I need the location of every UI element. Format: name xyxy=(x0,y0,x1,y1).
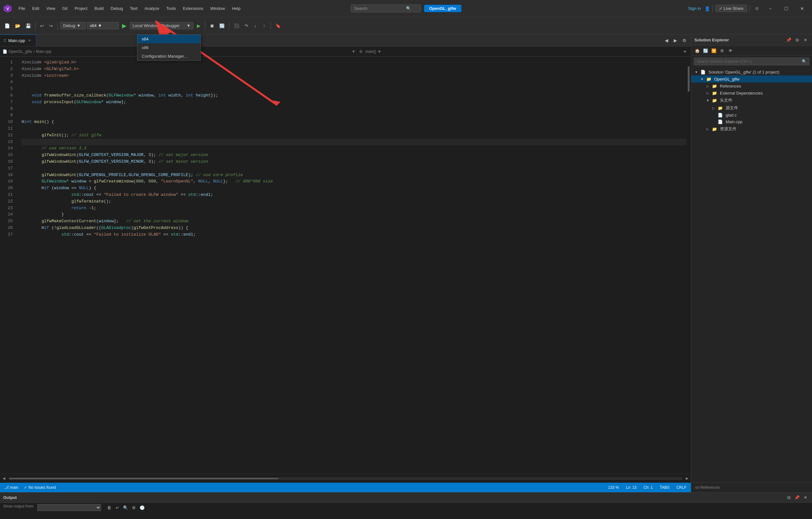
scroll-left-btn[interactable]: ◀ xyxy=(3,476,5,481)
live-share-button[interactable]: ⤢ Live Share xyxy=(716,5,747,12)
editor-settings[interactable]: ⚙ xyxy=(680,37,688,44)
tab-main-cpp[interactable]: C Main.cpp ✕ xyxy=(0,34,36,46)
debugger-dropdown[interactable]: Local Windows Debugger ▼ xyxy=(130,22,194,29)
tb-redo[interactable]: ↪ xyxy=(47,22,55,29)
tree-expand-2[interactable]: ▷ xyxy=(705,84,710,89)
tree-item-0[interactable]: ▼📄Solution 'OpenGL_glfw' (1 of 1 project… xyxy=(691,68,812,75)
tb-open-file[interactable]: 📂 xyxy=(13,22,22,29)
output-settings-btn[interactable]: ⚙ xyxy=(130,504,137,511)
menu-extensions[interactable]: Extensions xyxy=(180,5,206,12)
tree-item-7[interactable]: 📄Main.cpp xyxy=(691,118,812,125)
tb-stop-debug[interactable]: ⏹ xyxy=(208,22,216,29)
tree-expand-3[interactable]: ▷ xyxy=(705,90,710,95)
tb-step-over[interactable]: ↷ xyxy=(242,22,250,29)
breadcrumb-function[interactable]: main() xyxy=(365,49,376,54)
code-content[interactable]: #include <glad/glad.h>#include <GLFW/glf… xyxy=(19,57,687,474)
menu-file[interactable]: File xyxy=(15,5,28,12)
se-tb-preview[interactable]: 👁 xyxy=(727,47,734,54)
se-tb-filter[interactable]: 🔽 xyxy=(710,47,717,54)
menu-build[interactable]: Build xyxy=(91,5,107,12)
horizontal-scrollbar[interactable] xyxy=(9,478,682,480)
output-close-btn[interactable]: ✕ xyxy=(802,494,809,501)
menu-help[interactable]: Help xyxy=(229,5,244,12)
output-clock-btn[interactable]: 🕐 xyxy=(139,504,146,511)
output-source-select[interactable] xyxy=(37,504,101,511)
tree-item-8[interactable]: ▷📁资源文件 xyxy=(691,125,812,133)
output-clear-btn[interactable]: 🗑 xyxy=(106,504,113,511)
output-find-btn[interactable]: 🔍 xyxy=(122,504,129,511)
scrollbar-thumb[interactable] xyxy=(688,66,690,92)
menu-project[interactable]: Project xyxy=(71,5,90,12)
tree-expand-8[interactable]: ▷ xyxy=(705,126,710,131)
status-issues[interactable]: ✓ No issues found xyxy=(23,485,57,490)
close-button[interactable]: ✕ xyxy=(795,3,809,14)
se-tb-props[interactable]: ⚙ xyxy=(719,47,726,54)
menu-analyze[interactable]: Analyze xyxy=(141,5,162,12)
tree-expand-5[interactable]: ▷ xyxy=(711,105,716,111)
tree-item-3[interactable]: ▷📁External Dependencies xyxy=(691,89,812,96)
scroll-right-btn[interactable]: ▶ xyxy=(686,476,688,481)
maximize-button[interactable]: ☐ xyxy=(779,3,793,14)
status-line[interactable]: Ln: 13 xyxy=(625,485,638,490)
tb-step-out[interactable]: ↑ xyxy=(260,22,268,29)
tb-restart[interactable]: 🔄 xyxy=(218,22,227,29)
code-line-2: #include <GLFW/glfw3.h> xyxy=(22,66,687,72)
tree-item-4[interactable]: ▼📁头文件 xyxy=(691,96,812,104)
output-options-btn[interactable]: ⊟ xyxy=(785,494,792,501)
status-branch[interactable]: ⎇ main xyxy=(3,485,20,490)
tab-close-main-cpp[interactable]: ✕ xyxy=(27,38,32,43)
status-col[interactable]: Ch: 1 xyxy=(642,485,654,490)
breadcrumb-project[interactable]: OpenGL_glfw xyxy=(9,49,32,54)
arch-option-x64[interactable]: x64 xyxy=(137,35,200,43)
se-close-btn[interactable]: ✕ xyxy=(802,37,809,43)
tb-step-into[interactable]: ↓ xyxy=(252,22,259,29)
arch-dropdown[interactable]: x64 ▼ xyxy=(87,22,119,29)
line-number-13: 13 xyxy=(0,139,17,146)
status-tabs[interactable]: TABS xyxy=(658,485,670,490)
output-wrap-btn[interactable]: ↵ xyxy=(114,504,121,511)
se-search-box[interactable]: Search Solution Explorer (Ctrl+;) 🔍 xyxy=(694,58,809,65)
se-tb-sync[interactable]: 🔄 xyxy=(702,47,709,54)
arch-dropdown-popup[interactable]: x64 x86 Configuration Manager... xyxy=(137,34,201,61)
menu-window[interactable]: Window xyxy=(207,5,228,12)
tree-expand-1[interactable]: ▼ xyxy=(699,77,705,82)
editor-scroll-right[interactable]: ▶ xyxy=(671,37,679,44)
editor-add-btn[interactable]: + xyxy=(682,48,688,55)
se-float-btn[interactable]: ⧉ xyxy=(793,37,801,43)
se-pin-btn[interactable]: 📌 xyxy=(785,37,792,43)
tb-save[interactable]: 💾 xyxy=(24,22,33,29)
config-dropdown[interactable]: Debug ▼ xyxy=(60,22,86,29)
tb-new-file[interactable]: 📄 xyxy=(3,22,12,29)
tb-undo[interactable]: ↩ xyxy=(38,22,46,29)
menu-view[interactable]: View xyxy=(43,5,58,12)
status-encoding[interactable]: CRLF xyxy=(675,485,688,490)
tb-debug-play-green[interactable]: ▶ xyxy=(195,22,202,29)
tb-bookmarks[interactable]: 🔖 xyxy=(273,22,283,29)
editor-scroll-left[interactable]: ◀ xyxy=(663,37,670,44)
tree-item-1[interactable]: ▼📁OpenGL_glfw xyxy=(691,75,812,83)
h-scrollbar-thumb[interactable] xyxy=(9,478,278,479)
tb-breakpoints[interactable]: ⬛ xyxy=(232,22,241,29)
menu-tools[interactable]: Tools xyxy=(163,5,179,12)
editor-scrollbar[interactable] xyxy=(687,57,691,474)
tree-item-5[interactable]: ▷📁源文件 xyxy=(691,104,812,112)
status-zoom[interactable]: 133 % xyxy=(607,485,620,490)
output-pin-btn[interactable]: 📌 xyxy=(793,494,801,501)
settings-icon[interactable]: ⚙ xyxy=(752,6,762,11)
arch-option-config-manager[interactable]: Configuration Manager... xyxy=(137,52,200,61)
tree-expand-0[interactable]: ▼ xyxy=(694,69,699,74)
breadcrumb-file[interactable]: Main.cpp xyxy=(36,49,51,54)
minimize-button[interactable]: − xyxy=(763,3,778,14)
title-search-box[interactable]: Search 🔍 xyxy=(351,4,421,12)
tree-item-2[interactable]: ▷📁References xyxy=(691,83,812,89)
sign-in-button[interactable]: Sign in xyxy=(686,5,703,12)
menu-debug[interactable]: Debug xyxy=(107,5,126,12)
tree-item-6[interactable]: 📄glad.c xyxy=(691,112,812,118)
se-tb-home[interactable]: 🏠 xyxy=(694,47,701,54)
play-button[interactable]: ▶ xyxy=(120,21,128,30)
menu-edit[interactable]: Edit xyxy=(29,5,42,12)
menu-test[interactable]: Test xyxy=(127,5,141,12)
arch-option-x86[interactable]: x86 xyxy=(137,43,200,52)
menu-git[interactable]: Git xyxy=(59,5,71,12)
tree-expand-4[interactable]: ▼ xyxy=(705,98,710,103)
